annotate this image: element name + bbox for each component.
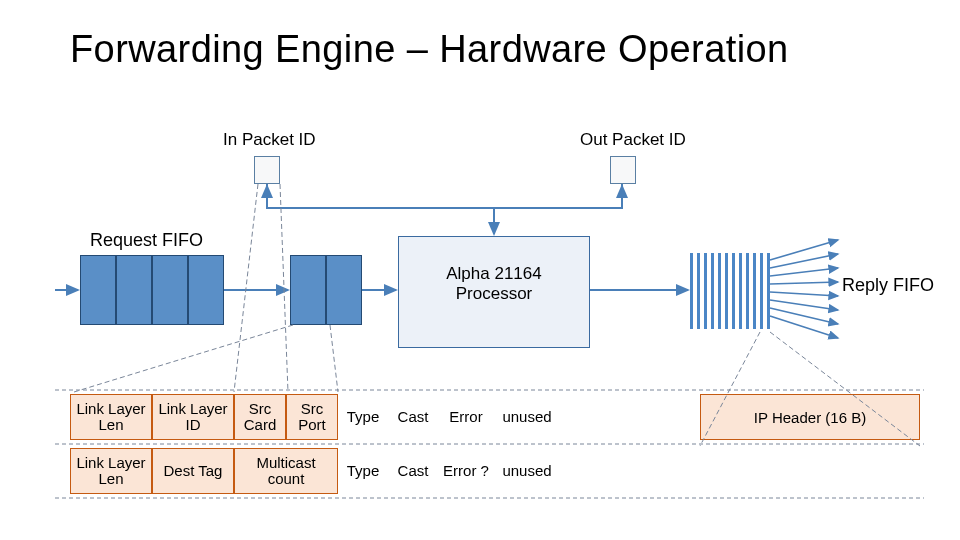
label-processor: Alpha 21164 Processor <box>435 264 553 303</box>
svg-line-8 <box>770 254 838 268</box>
cell-link-layer-len: Link Layer Len <box>70 448 152 494</box>
cell-type: Type <box>338 394 388 440</box>
svg-line-9 <box>770 268 838 276</box>
cell-error-q: Error ? <box>438 448 494 494</box>
svg-line-12 <box>770 300 838 310</box>
svg-line-13 <box>770 308 838 324</box>
page-title: Forwarding Engine – Hardware Operation <box>70 28 789 71</box>
label-reply-fifo: Reply FIFO <box>842 275 934 296</box>
reply-fifo-slot <box>725 253 728 329</box>
svg-line-20 <box>234 184 258 392</box>
reply-fifo-slot <box>746 253 749 329</box>
cell-ip-header: IP Header (16 B) <box>700 394 920 440</box>
svg-line-19 <box>330 325 338 392</box>
request-fifo-slot <box>188 255 224 325</box>
reply-fifo-slot <box>767 253 770 329</box>
cell-error: Error <box>438 394 494 440</box>
request-fifo-slot <box>152 255 188 325</box>
register-in <box>254 156 280 184</box>
reply-fifo-slot <box>711 253 714 329</box>
cell-unused: unused <box>494 394 560 440</box>
request-fifo-slot <box>80 255 116 325</box>
cell-cast: Cast <box>388 394 438 440</box>
cell-type: Type <box>338 448 388 494</box>
reply-fifo-slot <box>718 253 721 329</box>
svg-line-11 <box>770 292 838 296</box>
register-out <box>610 156 636 184</box>
svg-line-7 <box>770 240 838 260</box>
request-fifo-slot <box>326 255 362 325</box>
reply-fifo-slot <box>697 253 700 329</box>
reply-fifo-slot <box>732 253 735 329</box>
svg-line-21 <box>280 184 288 392</box>
svg-line-14 <box>770 316 838 338</box>
cell-cast: Cast <box>388 448 438 494</box>
cell-src-port: Src Port <box>286 394 338 440</box>
reply-fifo-slot <box>760 253 763 329</box>
packet-in-row: Link Layer Len Link Layer ID Src Card Sr… <box>70 394 560 440</box>
packet-out-row: Link Layer Len Dest Tag Multicast count … <box>70 448 560 494</box>
cell-dest-tag: Dest Tag <box>152 448 234 494</box>
request-fifo-slot <box>290 255 326 325</box>
label-request-fifo: Request FIFO <box>90 230 203 251</box>
reply-fifo-slot <box>704 253 707 329</box>
svg-line-18 <box>74 325 293 392</box>
cell-link-layer-len: Link Layer Len <box>70 394 152 440</box>
cell-src-card: Src Card <box>234 394 286 440</box>
cell-unused: unused <box>494 448 560 494</box>
reply-fifo-slot <box>753 253 756 329</box>
label-out-packet-id: Out Packet ID <box>580 130 686 150</box>
svg-line-10 <box>770 282 838 284</box>
cell-multicast-count: Multicast count <box>234 448 338 494</box>
label-in-packet-id: In Packet ID <box>223 130 316 150</box>
reply-fifo-slot <box>690 253 693 329</box>
reply-fifo-slot <box>739 253 742 329</box>
cell-link-layer-id: Link Layer ID <box>152 394 234 440</box>
request-fifo-slot <box>116 255 152 325</box>
